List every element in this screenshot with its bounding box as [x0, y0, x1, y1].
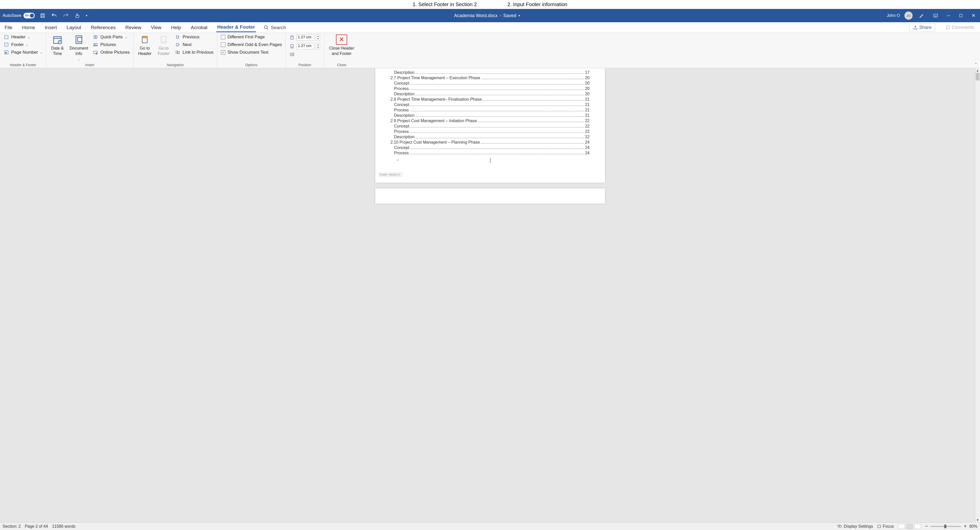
zoom-out-button[interactable]: − — [925, 524, 928, 529]
toc-page-number: 22 — [585, 124, 590, 129]
header-button[interactable]: Header ⌄ — [3, 35, 42, 40]
header-from-top-spinner[interactable]: 1.27 cm ▲▼ — [289, 35, 320, 41]
scroll-thumb[interactable] — [976, 73, 980, 80]
scroll-track[interactable] — [975, 73, 980, 518]
title-dropdown-icon[interactable]: ▾ — [519, 14, 520, 18]
redo-icon[interactable] — [63, 13, 69, 19]
scroll-up-button[interactable]: ▲ — [976, 68, 980, 73]
toc-text: Concept — [394, 81, 409, 86]
autosave-toggle[interactable]: AutoSave On — [3, 13, 35, 18]
toc-leader-dots — [481, 143, 584, 144]
quick-parts-button[interactable]: Quick Parts ⌄ — [93, 35, 130, 40]
link-to-previous-button[interactable]: Link to Previous — [175, 50, 213, 55]
undo-icon[interactable] — [51, 13, 57, 19]
document-scroll[interactable]: Description172.7 Project Time Management… — [0, 68, 980, 522]
footer-section-tag[interactable]: Footer -Section 2- — [379, 173, 402, 177]
group-label-options: Options — [221, 62, 282, 67]
save-icon[interactable] — [40, 13, 45, 18]
svg-text:#: # — [5, 52, 6, 54]
goto-header-button[interactable]: Go to Header — [137, 35, 153, 56]
svg-rect-24 — [177, 43, 178, 46]
toc-entry: 2.7 Project Time Management – Execution … — [391, 76, 590, 80]
footer-from-bottom-spinner[interactable]: 1.27 cm ▲▼ — [289, 43, 320, 49]
online-pictures-button[interactable]: Online Pictures — [93, 50, 130, 55]
spinner-buttons[interactable]: ▲▼ — [316, 43, 320, 49]
tab-review[interactable]: Review — [124, 23, 142, 32]
ribbon-display-icon[interactable] — [931, 12, 940, 19]
zoom-thumb[interactable] — [944, 525, 946, 528]
vertical-scrollbar[interactable]: ▲ ▼ — [975, 68, 980, 522]
previous-button[interactable]: Previous — [175, 35, 213, 40]
next-icon — [175, 42, 180, 47]
toc-text: 2.8 Project Time Management– Finalisatio… — [391, 97, 482, 102]
read-mode-button[interactable] — [898, 524, 905, 529]
pen-icon[interactable] — [917, 12, 926, 19]
svg-rect-31 — [839, 526, 842, 527]
tab-view[interactable]: View — [150, 23, 162, 32]
show-document-text-checkbox[interactable]: ✓ Show Document Text — [221, 50, 282, 55]
header-height-icon — [289, 35, 295, 40]
svg-rect-0 — [41, 14, 45, 18]
tab-file[interactable]: File — [3, 23, 14, 32]
comments-button[interactable]: Comments — [943, 24, 977, 31]
zoom-in-button[interactable]: + — [964, 524, 967, 529]
tab-header-footer[interactable]: Header & Footer — [216, 23, 256, 32]
footer-button[interactable]: Footer ⌄ — [3, 42, 42, 47]
close-button[interactable]: ✕ — [969, 12, 977, 19]
section-indicator[interactable]: Section: 2 — [3, 524, 21, 529]
print-layout-button[interactable] — [906, 524, 913, 529]
tab-help[interactable]: Help — [170, 23, 182, 32]
tab-home[interactable]: Home — [21, 23, 36, 32]
tab-references[interactable]: References — [90, 23, 117, 32]
next-button[interactable]: Next — [175, 42, 213, 47]
page[interactable]: Description172.7 Project Time Management… — [375, 68, 605, 183]
view-buttons — [898, 524, 921, 529]
toc-text: Concept — [394, 102, 409, 107]
pictures-button[interactable]: Pictures — [93, 42, 130, 47]
toc-leader-dots — [410, 105, 584, 106]
tell-me-search[interactable]: Search — [264, 25, 286, 30]
word-count[interactable]: 11586 words — [52, 524, 76, 529]
page[interactable] — [375, 188, 605, 204]
goto-header-icon — [140, 35, 150, 45]
display-settings-button[interactable]: Display Settings — [837, 524, 873, 529]
page-indicator[interactable]: Page 2 of 44 — [25, 524, 48, 529]
touch-mode-icon[interactable] — [75, 13, 80, 18]
tab-layout[interactable]: Layout — [65, 23, 82, 32]
zoom-slider[interactable] — [931, 526, 961, 527]
tab-acrobat[interactable]: Acrobat — [190, 23, 208, 32]
saved-status: Saved — [503, 13, 516, 18]
toc-page-number: 22 — [585, 118, 590, 123]
web-layout-button[interactable] — [915, 524, 921, 529]
zoom-level[interactable]: 80% — [969, 524, 977, 529]
footer-edit-area[interactable]: ⤶ — [391, 156, 590, 170]
collapse-ribbon-button[interactable]: ⌃ — [974, 62, 977, 67]
tab-insert[interactable]: Insert — [44, 23, 58, 32]
different-first-page-checkbox[interactable]: Different First Page — [221, 35, 282, 40]
document-info-button[interactable]: Document Info ⌄ — [69, 35, 89, 61]
calendar-icon — [52, 35, 62, 45]
focus-mode-button[interactable]: Focus — [877, 524, 894, 529]
text-cursor — [490, 158, 490, 163]
instruction-overlay: 1. Select Footer in Section 2 2. Input F… — [0, 0, 980, 9]
date-time-button[interactable]: Date & Time — [50, 35, 65, 56]
group-insert: Date & Time Document Info ⌄ Quick Parts … — [46, 33, 134, 68]
toc-entry: 2.10 Project Cost Management – Planning … — [391, 140, 590, 145]
spinner-buttons[interactable]: ▲▼ — [316, 35, 320, 41]
scroll-down-button[interactable]: ▼ — [976, 518, 980, 522]
maximize-button[interactable] — [957, 13, 965, 19]
autosave-label: AutoSave — [3, 13, 21, 18]
toc-text: 2.10 Project Cost Management – Planning … — [391, 140, 480, 145]
avatar[interactable]: JO — [904, 11, 913, 20]
insert-alignment-tab-button[interactable] — [289, 52, 320, 57]
close-header-footer-button[interactable]: ✕ Close Header and Footer — [328, 35, 356, 56]
different-odd-even-checkbox[interactable]: Different Odd & Even Pages — [221, 42, 282, 47]
footer-bottom-value[interactable]: 1.27 cm — [296, 43, 314, 49]
minimize-button[interactable]: ─ — [945, 12, 952, 19]
previous-icon — [175, 35, 180, 40]
instruction-step-1: 1. Select Footer in Section 2 — [413, 2, 477, 7]
share-button[interactable]: Share — [909, 24, 935, 32]
page-number-button[interactable]: # Page Number ⌄ — [3, 50, 42, 55]
toggle-switch[interactable]: On — [24, 13, 35, 18]
header-top-value[interactable]: 1.27 cm — [296, 35, 314, 41]
